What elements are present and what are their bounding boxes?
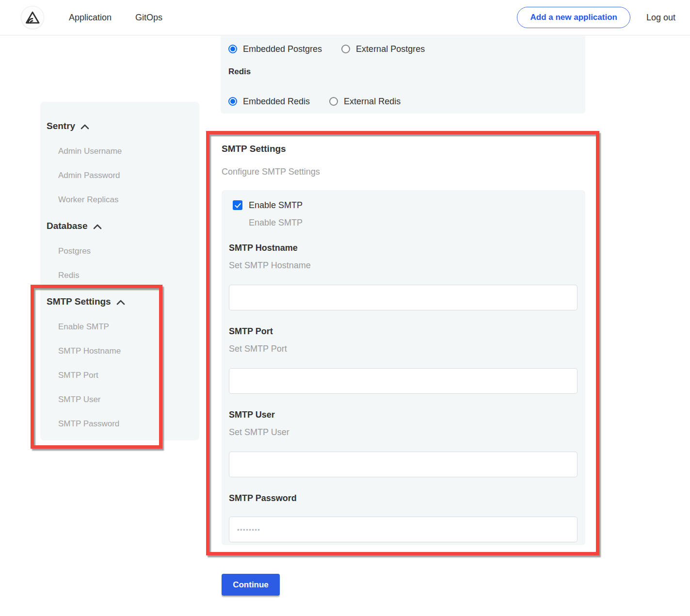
enable-smtp-checkbox-label[interactable]: Enable SMTP [249, 200, 303, 211]
enable-smtp-checkbox-row[interactable]: Enable SMTP [233, 200, 578, 211]
radio-unselected-icon[interactable] [329, 97, 338, 106]
radio-embedded-redis[interactable]: Embedded Redis [228, 97, 310, 107]
nav-item-application[interactable]: Application [69, 13, 112, 23]
nav-item-gitops[interactable]: GitOps [135, 13, 162, 23]
sidebar-group-label: Database [47, 221, 88, 231]
chevron-up-icon [80, 124, 89, 130]
smtp-user-helper: Set SMTP User [229, 427, 578, 438]
sidebar-item-smtp-port[interactable]: SMTP Port [58, 371, 199, 380]
radio-selected-icon[interactable] [228, 45, 237, 53]
redis-radio-group: Embedded Redis External Redis [228, 95, 585, 108]
smtp-hostname-input[interactable] [229, 285, 578, 310]
sidebar-group-smtp-settings[interactable]: SMTP Settings [47, 296, 199, 308]
checkbox-checked-icon[interactable] [233, 200, 242, 210]
smtp-password-input[interactable] [229, 517, 578, 542]
smtp-hostname-helper: Set SMTP Hostname [229, 260, 578, 271]
sidebar-item-smtp-hostname[interactable]: SMTP Hostname [58, 346, 199, 356]
radio-label[interactable]: External Postgres [356, 44, 425, 54]
app-logo[interactable] [21, 6, 44, 29]
sidebar-group-label: SMTP Settings [47, 296, 111, 307]
sidebar-group-sentry[interactable]: Sentry [47, 120, 199, 132]
sidebar-item-smtp-user[interactable]: SMTP User [58, 395, 199, 405]
sidebar-item-admin-password[interactable]: Admin Password [58, 171, 199, 180]
smtp-section-subtitle: Configure SMTP Settings [222, 167, 320, 177]
smtp-form-panel: Enable SMTP Enable SMTP SMTP Hostname Se… [222, 190, 585, 545]
radio-external-postgres[interactable]: External Postgres [341, 44, 425, 54]
radio-label[interactable]: Embedded Redis [243, 97, 310, 107]
radio-label[interactable]: External Redis [344, 97, 401, 107]
postgres-radio-group: Embedded Postgres External Postgres [228, 43, 585, 55]
chevron-up-icon [116, 300, 125, 305]
sidebar-item-postgres[interactable]: Postgres [58, 246, 199, 256]
smtp-port-input[interactable] [229, 368, 578, 394]
radio-external-redis[interactable]: External Redis [329, 97, 401, 107]
sidebar-item-worker-replicas[interactable]: Worker Replicas [58, 195, 199, 205]
add-new-application-button[interactable]: Add a new application [517, 7, 630, 28]
sidebar-item-enable-smtp[interactable]: Enable SMTP [58, 322, 199, 332]
sidebar-item-admin-username[interactable]: Admin Username [58, 146, 199, 156]
sidebar-group-database[interactable]: Database [47, 220, 199, 232]
smtp-port-helper: Set SMTP Port [229, 344, 578, 354]
sidebar-item-smtp-password[interactable]: SMTP Password [58, 419, 199, 429]
chevron-up-icon [93, 224, 102, 229]
continue-button[interactable]: Continue [222, 574, 280, 596]
sidebar-group-label: Sentry [47, 121, 75, 131]
smtp-port-label: SMTP Port [229, 326, 578, 337]
radio-label[interactable]: Embedded Postgres [243, 44, 322, 54]
config-sidebar: Sentry Admin Username Admin Password Wor… [40, 102, 199, 440]
smtp-hostname-label: SMTP Hostname [229, 243, 578, 253]
database-options-panel: Embedded Postgres External Postgres Redi… [221, 36, 585, 113]
smtp-user-input[interactable] [229, 452, 578, 477]
radio-unselected-icon[interactable] [341, 45, 350, 53]
smtp-password-label: SMTP Password [229, 493, 578, 503]
top-navigation: Application GitOps Add a new application… [0, 0, 690, 35]
smtp-user-label: SMTP User [229, 410, 578, 420]
redis-group-label: Redis [228, 67, 585, 78]
radio-selected-icon[interactable] [228, 97, 237, 106]
sentry-logo-icon [25, 11, 40, 24]
sidebar-item-redis[interactable]: Redis [58, 271, 199, 280]
logout-link[interactable]: Log out [646, 13, 675, 23]
smtp-section-title: SMTP Settings [222, 144, 286, 154]
radio-embedded-postgres[interactable]: Embedded Postgres [228, 44, 322, 54]
enable-smtp-helper-text: Enable SMTP [249, 218, 578, 227]
